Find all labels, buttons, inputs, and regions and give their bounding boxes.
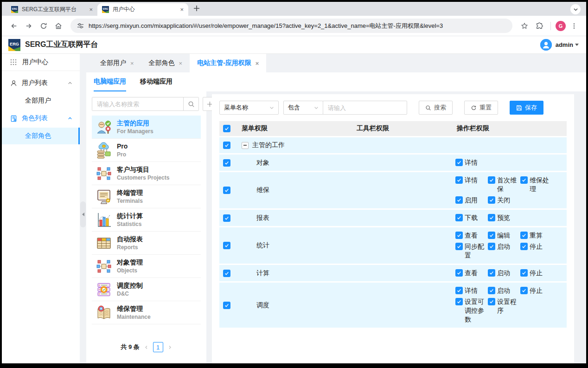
next-page-button[interactable] (168, 345, 172, 349)
profile-avatar[interactable]: G (556, 21, 566, 31)
field-select[interactable]: 菜单名称 (219, 101, 279, 115)
action-checkbox[interactable] (455, 196, 463, 204)
action-checkbox[interactable] (455, 298, 463, 305)
action-checkbox[interactable] (455, 287, 463, 294)
page-number[interactable]: 1 (153, 342, 163, 352)
app-list-item[interactable]: 统计计算 Statistics (92, 208, 201, 232)
close-page-tab-icon[interactable]: × (179, 60, 183, 67)
sub-tab[interactable]: 电脑端应用 (94, 72, 126, 91)
close-tab-icon[interactable]: × (180, 6, 184, 13)
action-checkbox[interactable] (488, 214, 495, 221)
action-checkbox[interactable] (455, 176, 463, 184)
action-label: 启动 (497, 242, 518, 251)
app-list-item[interactable]: 主管的应用 For Managers (92, 116, 201, 139)
chevron-down-icon (314, 105, 319, 110)
browser-tab[interactable]: ERG 用户中心 × (97, 3, 188, 16)
app-item-texts: 对象管理 Objects (117, 258, 143, 274)
app-list-item[interactable]: 调度控制 D&C (92, 278, 201, 301)
app-item-subtitle: Customers Projects (117, 174, 169, 181)
app-list-item[interactable]: Pro Pro (92, 139, 201, 162)
page-tab[interactable]: 电站主管-应用权限 × (190, 54, 266, 72)
toolbar-cell (349, 302, 449, 309)
actions-cell: 查看 编辑 重算 同步配置 启动 停止 (449, 227, 567, 264)
permission-row: 统计 查看 编辑 重算 同步配置 启动 停止 (219, 227, 567, 264)
action-label: 设置可调控参数 (465, 297, 485, 324)
reset-button[interactable]: 重置 (464, 101, 498, 115)
sidebar-item-user-center[interactable]: 用户中心 (2, 54, 80, 71)
home-icon (54, 22, 63, 30)
action-checkbox[interactable] (488, 243, 495, 250)
close-page-tab-icon[interactable]: × (256, 60, 259, 67)
managers-icon (96, 119, 112, 136)
action-checkbox[interactable] (520, 269, 528, 277)
column-header-actions: 操作栏权限 (449, 124, 567, 133)
user-avatar-icon[interactable] (540, 39, 552, 51)
user-menu-caret-icon[interactable] (575, 44, 579, 46)
app-list-item[interactable]: 对象管理 Objects (92, 255, 201, 278)
action-checkbox[interactable] (488, 269, 495, 277)
row-checkbox[interactable] (223, 187, 230, 194)
url-bar[interactable]: https://serg.mixyun.com/mixapplication/#… (70, 19, 512, 33)
tab-search-button[interactable] (570, 4, 581, 14)
action-permission: 启动 (488, 269, 520, 278)
reload-button[interactable] (37, 19, 50, 32)
row-checkbox[interactable] (223, 270, 230, 277)
sidebar-item-all-users[interactable]: 全部用户 (2, 92, 80, 109)
action-checkbox[interactable] (455, 214, 463, 221)
browser-tab[interactable]: ERG SERG工业互联网平台 × (6, 3, 97, 16)
row-checkbox[interactable] (223, 242, 230, 249)
row-checkbox[interactable] (223, 214, 230, 222)
action-checkbox[interactable] (455, 232, 463, 239)
browser-menu-button[interactable] (568, 19, 581, 32)
app-item-subtitle: For Managers (117, 128, 153, 135)
action-checkbox[interactable] (520, 176, 528, 184)
bookmark-button[interactable] (518, 19, 531, 32)
action-checkbox[interactable] (488, 232, 495, 239)
page-tab[interactable]: 全部角色 × (141, 54, 190, 72)
app-list-item[interactable]: 终端管理 Terminals (92, 185, 201, 208)
page-tab[interactable]: 全部用户 × (93, 54, 141, 72)
save-button[interactable]: 保存 (510, 101, 543, 115)
search-button[interactable]: 搜索 (419, 101, 453, 115)
action-permission: 设置程序 (488, 297, 520, 315)
app-list-item[interactable]: 客户与项目 Customers Projects (92, 162, 201, 185)
prev-page-button[interactable] (144, 345, 148, 349)
action-checkbox[interactable] (520, 243, 528, 250)
sub-tab[interactable]: 移动端应用 (140, 72, 173, 91)
action-checkbox[interactable] (455, 269, 463, 277)
action-checkbox[interactable] (488, 287, 495, 294)
action-checkbox[interactable] (488, 298, 495, 305)
sidebar-item-all-roles[interactable]: 全部角色 (2, 128, 80, 144)
collapse-row-icon[interactable] (242, 142, 249, 149)
app-search-button[interactable] (183, 97, 198, 110)
action-checkbox[interactable] (488, 196, 495, 204)
sidebar-group-user-list[interactable]: 用户列表 (2, 74, 80, 92)
check-icon (489, 288, 494, 293)
username-label[interactable]: admin (556, 41, 573, 48)
back-button[interactable] (7, 19, 20, 32)
app-list-item[interactable]: 自动报表 Reports (92, 232, 201, 255)
select-all-checkbox[interactable] (223, 125, 230, 132)
action-checkbox[interactable] (520, 287, 528, 294)
forward-button[interactable] (22, 19, 35, 32)
actions-cell: 详情 启动 停止 设置可调控参数 设置程序 (449, 283, 567, 328)
action-checkbox[interactable] (488, 176, 495, 184)
row-checkbox[interactable] (223, 142, 230, 149)
row-checkbox[interactable] (223, 159, 230, 167)
action-checkbox[interactable] (455, 159, 463, 166)
row-checkbox[interactable] (223, 302, 230, 309)
action-checkbox[interactable] (520, 232, 528, 239)
sidebar-group-role-list[interactable]: 角色列表 (2, 109, 80, 128)
app-search-input[interactable] (92, 97, 183, 110)
action-checkbox[interactable] (455, 243, 463, 250)
collapse-sidebar-handle[interactable] (80, 201, 86, 227)
close-tab-icon[interactable]: × (89, 6, 93, 13)
app-list-item[interactable]: 维保管理 Maintenance (92, 301, 201, 324)
maintenance-icon (96, 304, 112, 321)
close-page-tab-icon[interactable]: × (130, 60, 134, 67)
new-tab-button[interactable] (191, 4, 202, 15)
extensions-button[interactable] (533, 19, 546, 32)
home-button[interactable] (52, 19, 65, 32)
operator-select[interactable]: 包含 (283, 101, 323, 115)
filter-value-input[interactable] (323, 101, 407, 115)
